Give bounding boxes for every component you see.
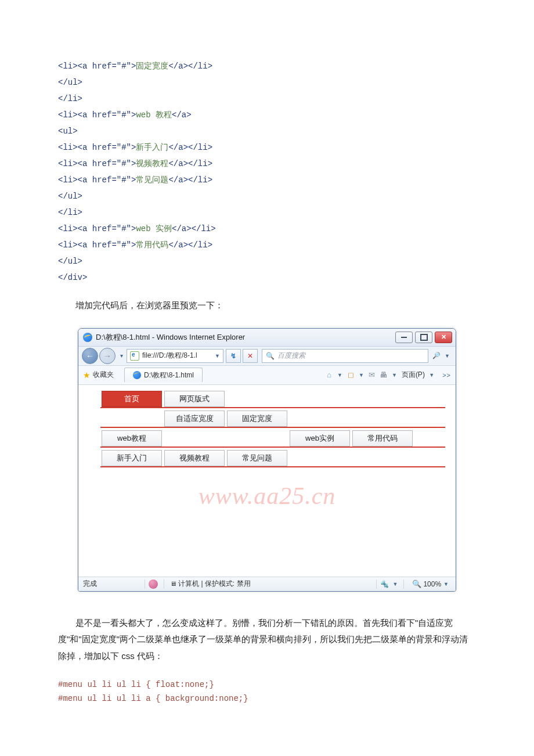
paragraph-preview-intro: 增加完代码后，在浏览器里预览一下： (58, 297, 476, 314)
menu-underline (100, 466, 445, 467)
page-menu-button[interactable]: 页面(P) ▼ (399, 370, 439, 380)
address-bar-row: ← → ▾ file:///D:/教程/8-1.l ▼ ↯ ✕ 🔍 百度搜索 🔎… (78, 347, 456, 366)
css-line-2: #menu ul li ul li a { background:none;} (58, 692, 476, 706)
search-dropdown-icon[interactable]: ▼ (442, 353, 452, 359)
home-icon[interactable]: ⌂ (323, 370, 335, 379)
menu-item-tutorial[interactable]: web教程 (102, 430, 162, 447)
zoom-value: 100% (423, 580, 441, 588)
submenu-item-video[interactable]: 视频教程 (164, 450, 225, 466)
submenu-item-beginner[interactable]: 新手入门 (102, 450, 162, 466)
window-maximize-button[interactable] (415, 332, 432, 343)
address-bar-text: file:///D:/教程/8-1.l (142, 351, 212, 361)
menu-item-home[interactable]: 首页 (102, 391, 162, 407)
forward-button[interactable]: → (99, 348, 116, 364)
status-popup-icon[interactable] (149, 579, 158, 589)
rss-icon[interactable]: ◻ (345, 370, 356, 379)
status-bar: 完成 计算机 | 保护模式: 禁用 🔩▼ 🔍 100% ▼ (78, 577, 456, 591)
address-dropdown-icon[interactable]: ▼ (212, 353, 220, 359)
read-mail-icon[interactable]: ✉ (366, 370, 378, 379)
favorites-star-icon[interactable]: ★ (83, 370, 91, 380)
print-dropdown-icon[interactable]: ▼ (389, 372, 399, 378)
html-code-block: <li><a href="#">固定宽度</a></li> </ul> </li… (58, 58, 476, 286)
tab-label: D:\教程\8-1.html (144, 370, 194, 380)
menu-underline (100, 407, 445, 408)
css-code-block: #menu ul li ul li { float:none;} #menu u… (58, 678, 476, 706)
menu-underline (100, 427, 445, 428)
window-close-button[interactable] (435, 332, 452, 343)
ie-window-screenshot: D:\教程\8-1.html - Windows Internet Explor… (78, 328, 456, 592)
submenu-item-faq[interactable]: 常见问题 (227, 450, 287, 466)
stop-button[interactable]: ✕ (243, 349, 258, 363)
window-title: D:\教程\8-1.html - Windows Internet Explor… (96, 332, 395, 343)
window-titlebar: D:\教程\8-1.html - Windows Internet Explor… (78, 329, 456, 347)
toolbar-overflow-icon[interactable]: >> (439, 372, 451, 379)
search-placeholder: 百度搜索 (277, 351, 305, 361)
status-mixed-icon[interactable]: 🔩 (380, 580, 389, 588)
home-dropdown-icon[interactable]: ▼ (335, 372, 345, 378)
favorites-bar: ★ 收藏夹 D:\教程\8-1.html ⌂▼ ◻▼ ✉ 🖶▼ 页面(P) ▼ … (78, 366, 456, 385)
back-button[interactable]: ← (82, 348, 98, 364)
menu-item-common-code[interactable]: 常用代码 (352, 430, 413, 447)
refresh-button[interactable]: ↯ (226, 349, 241, 363)
zoom-icon: 🔍 (412, 579, 421, 588)
menu-item-layout[interactable]: 网页版式 (164, 391, 225, 407)
ie-logo-icon (83, 333, 92, 342)
print-icon[interactable]: 🖶 (378, 370, 389, 379)
submenu-item-fixed[interactable]: 固定宽度 (227, 411, 287, 427)
tab-page-icon (133, 371, 141, 379)
status-mixed-dropdown-icon[interactable]: ▼ (390, 581, 400, 587)
favorites-label[interactable]: 收藏夹 (93, 370, 114, 380)
search-icon: 🔍 (266, 352, 275, 360)
window-minimize-button[interactable] (395, 332, 413, 343)
address-bar[interactable]: file:///D:/教程/8-1.l ▼ (127, 349, 223, 363)
search-box[interactable]: 🔍 百度搜索 (262, 349, 428, 363)
zoom-control[interactable]: 🔍 100% ▼ (407, 579, 451, 588)
page-viewport: 首页 网页版式 自适应宽度 固定宽度 web教程 web实例 常用代码 新手入门… (78, 385, 456, 577)
browser-tab[interactable]: D:\教程\8-1.html (124, 368, 203, 382)
watermark-text: www.aa25.cn (199, 482, 336, 510)
rss-dropdown-icon[interactable]: ▼ (356, 372, 366, 378)
zoom-dropdown-icon[interactable]: ▼ (441, 581, 451, 587)
status-done-label: 完成 (83, 579, 141, 589)
nav-history-dropdown[interactable]: ▾ (117, 352, 127, 359)
css-line-1: #menu ul li ul li { float:none;} (58, 678, 476, 692)
status-security-zone: 计算机 | 保护模式: 禁用 (168, 579, 373, 589)
menu-item-example[interactable]: web实例 (290, 430, 350, 447)
submenu-item-adaptive[interactable]: 自适应宽度 (164, 411, 225, 427)
paragraph-analysis: 是不是一看头都大了，怎么变成这样了。别懵，我们分析一下错乱的原因。首先我们看下"… (58, 615, 476, 665)
search-provider-icon[interactable]: 🔎 (431, 352, 442, 359)
menu-underline (100, 447, 445, 448)
page-icon (130, 351, 139, 361)
